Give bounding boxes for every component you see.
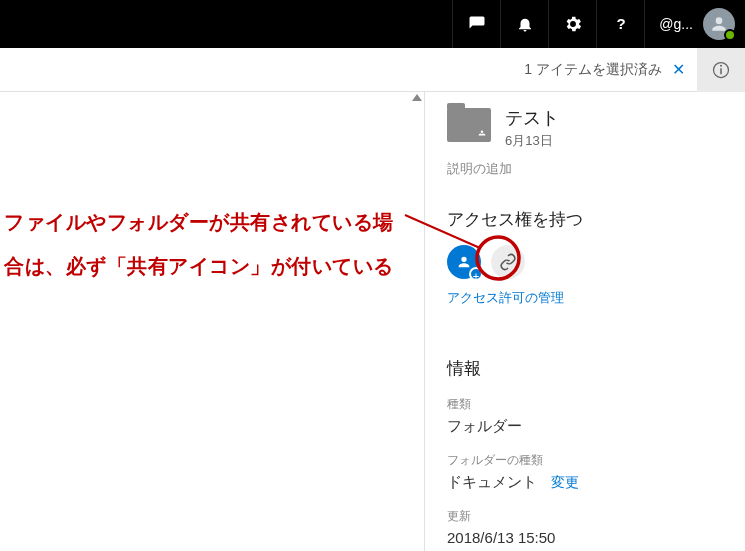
item-date: 6月13日 (505, 132, 559, 150)
main-area: ファイルやフォルダーが共有されている場合は、必ず「共有アイコン」が付いている テ… (0, 92, 745, 551)
help-icon[interactable]: ? (596, 0, 644, 48)
updated-label: 更新 (447, 508, 723, 525)
chat-icon[interactable] (452, 0, 500, 48)
avatar (703, 8, 735, 40)
change-folder-type-link[interactable]: 変更 (551, 474, 579, 490)
content-pane: ファイルやフォルダーが共有されている場合は、必ず「共有アイコン」が付いている (0, 92, 425, 551)
clear-selection-button[interactable]: ✕ (668, 60, 697, 79)
type-value: フォルダー (447, 417, 723, 436)
access-icons: + (447, 245, 723, 279)
selection-count: 1 アイテムを選択済み (518, 61, 668, 79)
details-panel: テスト 6月13日 説明の追加 アクセス権を持つ + アクセス許可の管理 情報 … (425, 92, 745, 551)
account-label: @g... (659, 16, 693, 32)
gear-icon[interactable] (548, 0, 596, 48)
add-people-button[interactable]: + (447, 245, 481, 279)
add-description-link[interactable]: 説明の追加 (447, 160, 723, 178)
account-menu[interactable]: @g... (644, 0, 745, 48)
info-heading: 情報 (447, 357, 723, 380)
annotation-callout: ファイルやフォルダーが共有されている場合は、必ず「共有アイコン」が付いている (4, 200, 404, 288)
folder-type-label: フォルダーの種類 (447, 452, 723, 469)
svg-text:?: ? (616, 15, 625, 32)
bell-icon[interactable] (500, 0, 548, 48)
info-pane-toggle[interactable] (697, 48, 745, 92)
plus-icon: + (469, 267, 483, 281)
access-heading: アクセス権を持つ (447, 208, 723, 231)
svg-point-3 (720, 64, 722, 66)
updated-value: 2018/6/13 15:50 (447, 529, 723, 546)
folder-icon (447, 108, 491, 142)
scroll-up-icon[interactable] (412, 94, 422, 101)
share-badge-icon (476, 128, 488, 140)
presence-available-icon (724, 29, 736, 41)
type-label: 種類 (447, 396, 723, 413)
share-link-button[interactable] (491, 245, 525, 279)
top-bar: ? @g... (0, 0, 745, 48)
item-title: テスト (505, 106, 559, 130)
item-header: テスト 6月13日 (447, 106, 723, 150)
folder-type-value: ドキュメント (447, 473, 537, 490)
selection-bar: 1 アイテムを選択済み ✕ (0, 48, 745, 92)
info-section: 情報 種類 フォルダー フォルダーの種類 ドキュメント 変更 更新 2018/6… (447, 357, 723, 546)
manage-access-link[interactable]: アクセス許可の管理 (447, 289, 564, 307)
